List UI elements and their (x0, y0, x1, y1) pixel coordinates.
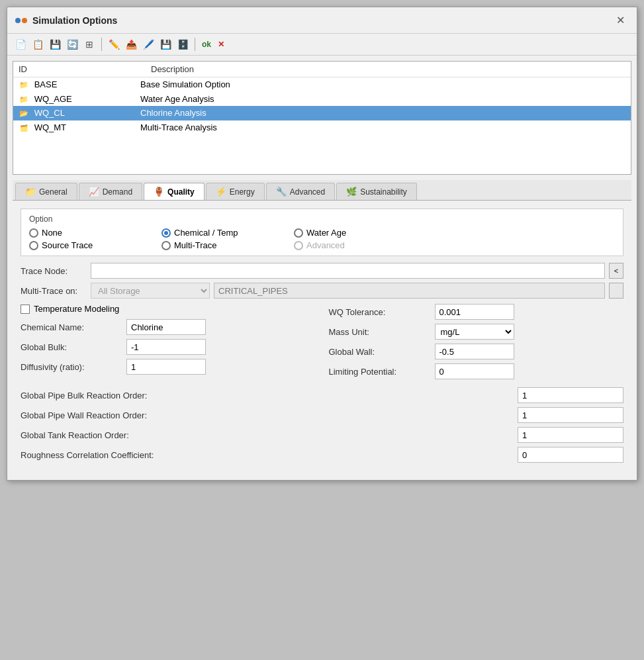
app-icon (15, 18, 27, 23)
option-chemical-label: Chemical / Temp (174, 228, 238, 238)
tab-energy[interactable]: ⚡ Energy (206, 183, 265, 200)
col-desc-header: Description (151, 64, 625, 74)
row-desc: Base Simulation Option (140, 79, 625, 89)
folder-icon: 📁 (19, 95, 29, 104)
option-chemical[interactable]: Chemical / Temp (161, 228, 294, 238)
title-bar-left: Simulation Options (15, 15, 117, 26)
tab-advanced-label: Advanced (290, 187, 325, 197)
option-row-2: Source Trace Multi-Trace Advanced (29, 240, 615, 250)
radio-advanced[interactable] (294, 241, 303, 250)
option-multi-trace[interactable]: Multi-Trace (161, 240, 294, 250)
diffusivity-input[interactable] (126, 359, 206, 375)
option-advanced[interactable]: Advanced (294, 240, 426, 250)
list-item[interactable]: 📁 WQ_AGE Water Age Analysis (13, 92, 631, 107)
list-item[interactable]: 📁 BASE Base Simulation Option (13, 77, 631, 92)
sustainability-tab-icon: 🌿 (346, 187, 357, 197)
radio-source-trace[interactable] (29, 241, 38, 250)
wq-icon: 🗂️ (19, 123, 29, 132)
mass-unit-row: Mass Unit: mg/L μg/L g/L (329, 324, 624, 340)
pipe-wall-row: Global Pipe Wall Reaction Order: (21, 407, 623, 423)
energy-tab-icon: ⚡ (216, 187, 226, 197)
ok-button[interactable]: ok (199, 38, 214, 50)
tab-quality-label: Quality (167, 187, 195, 197)
erase-button[interactable]: 🖊️ (140, 36, 156, 52)
radio-water-age[interactable] (294, 228, 303, 238)
floppy2-button[interactable]: 🗄️ (175, 36, 191, 52)
tabs-bar: 📁 General 📈 Demand 🏺 Quality ⚡ Energy 🔧 … (13, 180, 631, 201)
multi-trace-button[interactable] (609, 283, 623, 299)
wq-tolerance-input[interactable] (435, 304, 514, 320)
tab-sustainability[interactable]: 🌿 Sustainability (336, 183, 417, 200)
grid-button[interactable]: ⊞ (81, 36, 97, 52)
multi-trace-row: Multi-Trace on: All Storage (21, 283, 623, 299)
right-column: WQ Tolerance: Mass Unit: mg/L μg/L g/L G… (329, 304, 624, 383)
chemical-name-row: Chemical Name: (21, 319, 316, 335)
temp-modeling-checkbox[interactable] (21, 305, 30, 314)
option-rows: None Chemical / Temp Water Age (29, 228, 615, 250)
demand-tab-icon: 📈 (89, 187, 99, 197)
toolbar: 📄 📋 💾 🔄 ⊞ ✏️ 📤 🖊️ 💾 🗄️ ok ✕ (7, 34, 637, 56)
option-row-1: None Chemical / Temp Water Age (29, 228, 615, 238)
new-button[interactable]: 📄 (13, 36, 28, 52)
tank-label: Global Tank Reaction Order: (21, 430, 518, 440)
multi-trace-select1[interactable]: All Storage (91, 283, 210, 299)
radio-dot (164, 231, 168, 235)
option-multi-trace-label: Multi-Trace (174, 240, 217, 250)
tab-demand[interactable]: 📈 Demand (79, 183, 142, 200)
row-id: 📂 WQ_CL (19, 108, 140, 118)
option-source-trace[interactable]: Source Trace (29, 240, 161, 250)
edit-button[interactable]: ✏️ (106, 36, 122, 52)
tab-demand-label: Demand (103, 187, 132, 197)
global-bulk-input[interactable] (126, 339, 206, 355)
window-close-button[interactable]: ✕ (612, 13, 629, 28)
pipe-bulk-label: Global Pipe Bulk Reaction Order: (21, 391, 518, 401)
global-wall-label: Global Wall: (329, 347, 435, 357)
toolbar-separator2 (195, 38, 195, 51)
option-source-trace-label: Source Trace (42, 240, 93, 250)
radio-none[interactable] (29, 228, 38, 238)
row-desc: Chlorine Analysis (140, 108, 625, 118)
trace-node-button[interactable]: < (609, 263, 623, 279)
tank-input[interactable] (518, 427, 623, 443)
tab-quality[interactable]: 🏺 Quality (144, 183, 205, 200)
floppy-button[interactable]: 💾 (158, 36, 173, 52)
folder-blue-icon: 📂 (19, 109, 29, 118)
radio-multi-trace[interactable] (161, 241, 171, 250)
global-wall-input[interactable] (435, 344, 514, 359)
trace-node-row: Trace Node: < (21, 263, 623, 279)
pipe-bulk-input[interactable] (518, 387, 623, 403)
pipe-wall-input[interactable] (518, 407, 623, 423)
option-none[interactable]: None (29, 228, 161, 238)
row-id: 📁 BASE (19, 79, 140, 90)
tab-general[interactable]: 📁 General (15, 183, 77, 200)
cancel-button[interactable]: ✕ (215, 38, 227, 50)
limiting-potential-input[interactable] (435, 363, 514, 379)
tab-advanced[interactable]: 🔧 Advanced (266, 183, 335, 200)
radio-chemical[interactable] (161, 228, 171, 238)
chemical-name-input[interactable] (126, 319, 206, 335)
simulation-options-window: Simulation Options ✕ 📄 📋 💾 🔄 ⊞ ✏️ 📤 🖊️ 💾… (7, 7, 637, 481)
trace-node-label: Trace Node: (21, 266, 87, 276)
global-bulk-label: Global Bulk: (21, 342, 126, 352)
refresh-button[interactable]: 🔄 (64, 36, 80, 52)
multi-trace-input2[interactable] (214, 283, 605, 299)
save-button[interactable]: 💾 (47, 36, 63, 52)
mass-unit-select[interactable]: mg/L μg/L g/L (435, 324, 514, 340)
list-item-selected[interactable]: 📂 WQ_CL Chlorine Analysis (13, 106, 631, 120)
list-header: ID Description (13, 62, 631, 77)
option-water-age[interactable]: Water Age (294, 228, 426, 238)
roughness-input[interactable] (518, 447, 623, 463)
global-wall-row: Global Wall: (329, 344, 624, 359)
list-item[interactable]: 🗂️ WQ_MT Multi-Trace Analysis (13, 120, 631, 135)
option-advanced-label: Advanced (306, 240, 345, 250)
diffusivity-label: Diffusivity (ratio): (21, 362, 126, 372)
trace-node-input[interactable] (91, 263, 605, 279)
advanced-tab-icon: 🔧 (276, 187, 287, 197)
pipe-bulk-row: Global Pipe Bulk Reaction Order: (21, 387, 623, 403)
export-button[interactable]: 📤 (123, 36, 139, 52)
col-id-header: ID (19, 64, 151, 74)
temp-modeling-label: Temperature Modeling (34, 304, 119, 314)
multi-trace-label: Multi-Trace on: (21, 286, 87, 296)
option-group-label: Option (29, 214, 615, 224)
copy-button[interactable]: 📋 (30, 36, 46, 52)
